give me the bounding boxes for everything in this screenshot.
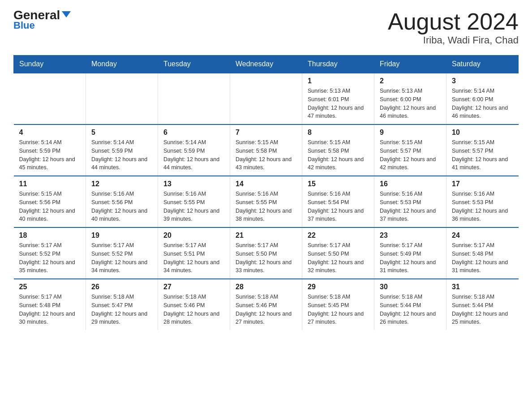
calendar-cell: [86, 73, 158, 124]
day-of-week-header: Friday: [374, 56, 446, 73]
calendar-week-row: 4Sunrise: 5:14 AM Sunset: 5:59 PM Daylig…: [14, 124, 519, 176]
sun-info: Sunrise: 5:17 AM Sunset: 5:52 PM Dayligh…: [19, 241, 81, 275]
calendar-cell: 11Sunrise: 5:15 AM Sunset: 5:56 PM Dayli…: [14, 176, 86, 227]
day-number: 8: [308, 128, 369, 137]
calendar-cell: 29Sunrise: 5:18 AM Sunset: 5:45 PM Dayli…: [302, 279, 374, 330]
sun-info: Sunrise: 5:16 AM Sunset: 5:55 PM Dayligh…: [163, 190, 224, 223]
day-number: 22: [308, 231, 369, 240]
day-number: 24: [452, 231, 513, 240]
calendar-cell: 9Sunrise: 5:15 AM Sunset: 5:57 PM Daylig…: [374, 124, 446, 176]
calendar-week-row: 25Sunrise: 5:17 AM Sunset: 5:48 PM Dayli…: [14, 279, 519, 330]
sun-info: Sunrise: 5:18 AM Sunset: 5:47 PM Dayligh…: [91, 293, 152, 326]
day-number: 5: [91, 128, 152, 137]
day-number: 25: [19, 283, 81, 291]
day-number: 11: [19, 180, 81, 188]
sun-info: Sunrise: 5:15 AM Sunset: 5:57 PM Dayligh…: [452, 138, 513, 172]
day-number: 2: [380, 77, 441, 85]
calendar-cell: 7Sunrise: 5:15 AM Sunset: 5:58 PM Daylig…: [230, 124, 302, 176]
calendar-cell: 21Sunrise: 5:17 AM Sunset: 5:50 PM Dayli…: [230, 227, 302, 279]
calendar-cell: 14Sunrise: 5:16 AM Sunset: 5:55 PM Dayli…: [230, 176, 302, 227]
day-number: 16: [380, 180, 441, 188]
calendar-cell: 15Sunrise: 5:16 AM Sunset: 5:54 PM Dayli…: [302, 176, 374, 227]
day-number: 13: [163, 180, 224, 188]
day-number: 27: [163, 283, 224, 291]
calendar-cell: 18Sunrise: 5:17 AM Sunset: 5:52 PM Dayli…: [14, 227, 86, 279]
calendar-cell: [14, 73, 86, 124]
calendar-cell: 26Sunrise: 5:18 AM Sunset: 5:47 PM Dayli…: [86, 279, 158, 330]
calendar-table: SundayMondayTuesdayWednesdayThursdayFrid…: [13, 55, 519, 330]
calendar-cell: 28Sunrise: 5:18 AM Sunset: 5:46 PM Dayli…: [230, 279, 302, 330]
sun-info: Sunrise: 5:15 AM Sunset: 5:58 PM Dayligh…: [308, 138, 369, 172]
day-number: 14: [236, 180, 296, 188]
calendar-week-row: 1Sunrise: 5:13 AM Sunset: 6:01 PM Daylig…: [14, 73, 519, 124]
calendar-cell: 25Sunrise: 5:17 AM Sunset: 5:48 PM Dayli…: [14, 279, 86, 330]
calendar-cell: 1Sunrise: 5:13 AM Sunset: 6:01 PM Daylig…: [302, 73, 374, 124]
calendar-cell: 13Sunrise: 5:16 AM Sunset: 5:55 PM Dayli…: [158, 176, 230, 227]
sun-info: Sunrise: 5:16 AM Sunset: 5:54 PM Dayligh…: [308, 190, 369, 223]
day-number: 20: [163, 231, 224, 240]
logo-triangle-icon: [62, 11, 71, 17]
sun-info: Sunrise: 5:17 AM Sunset: 5:49 PM Dayligh…: [380, 241, 441, 275]
sun-info: Sunrise: 5:16 AM Sunset: 5:56 PM Dayligh…: [91, 190, 152, 223]
calendar-cell: 6Sunrise: 5:14 AM Sunset: 5:59 PM Daylig…: [158, 124, 230, 176]
sun-info: Sunrise: 5:13 AM Sunset: 6:01 PM Dayligh…: [308, 87, 369, 120]
sun-info: Sunrise: 5:18 AM Sunset: 5:45 PM Dayligh…: [308, 293, 369, 326]
sun-info: Sunrise: 5:15 AM Sunset: 5:58 PM Dayligh…: [236, 138, 296, 172]
calendar-cell: [158, 73, 230, 124]
calendar-cell: 31Sunrise: 5:18 AM Sunset: 5:44 PM Dayli…: [446, 279, 519, 330]
day-number: 10: [452, 128, 513, 137]
calendar-week-row: 18Sunrise: 5:17 AM Sunset: 5:52 PM Dayli…: [14, 227, 519, 279]
sun-info: Sunrise: 5:14 AM Sunset: 5:59 PM Dayligh…: [91, 138, 152, 172]
day-number: 4: [19, 128, 81, 137]
calendar-cell: 22Sunrise: 5:17 AM Sunset: 5:50 PM Dayli…: [302, 227, 374, 279]
calendar-cell: 5Sunrise: 5:14 AM Sunset: 5:59 PM Daylig…: [86, 124, 158, 176]
day-number: 9: [380, 128, 441, 137]
calendar-header-row: SundayMondayTuesdayWednesdayThursdayFrid…: [14, 56, 519, 73]
day-number: 6: [163, 128, 224, 137]
day-number: 18: [19, 231, 81, 240]
day-of-week-header: Wednesday: [230, 56, 302, 73]
day-of-week-header: Monday: [86, 56, 158, 73]
day-number: 23: [380, 231, 441, 240]
calendar-cell: 16Sunrise: 5:16 AM Sunset: 5:53 PM Dayli…: [374, 176, 446, 227]
page-subtitle: Iriba, Wadi Fira, Chad: [388, 34, 519, 46]
sun-info: Sunrise: 5:15 AM Sunset: 5:57 PM Dayligh…: [380, 138, 441, 172]
calendar-cell: 8Sunrise: 5:15 AM Sunset: 5:58 PM Daylig…: [302, 124, 374, 176]
day-number: 19: [91, 231, 152, 240]
day-number: 15: [308, 180, 369, 188]
day-of-week-header: Tuesday: [158, 56, 230, 73]
sun-info: Sunrise: 5:16 AM Sunset: 5:55 PM Dayligh…: [236, 190, 296, 223]
day-number: 31: [452, 283, 513, 291]
day-number: 17: [452, 180, 513, 188]
calendar-cell: [230, 73, 302, 124]
day-number: 7: [236, 128, 296, 137]
day-number: 21: [236, 231, 296, 240]
title-area: August 2024 Iriba, Wadi Fira, Chad: [388, 9, 519, 46]
calendar-cell: 20Sunrise: 5:17 AM Sunset: 5:51 PM Dayli…: [158, 227, 230, 279]
calendar-cell: 4Sunrise: 5:14 AM Sunset: 5:59 PM Daylig…: [14, 124, 86, 176]
day-of-week-header: Saturday: [446, 56, 519, 73]
calendar-cell: 19Sunrise: 5:17 AM Sunset: 5:52 PM Dayli…: [86, 227, 158, 279]
day-number: 3: [452, 77, 513, 85]
calendar-cell: 17Sunrise: 5:16 AM Sunset: 5:53 PM Dayli…: [446, 176, 519, 227]
sun-info: Sunrise: 5:17 AM Sunset: 5:48 PM Dayligh…: [19, 293, 81, 326]
calendar-cell: 12Sunrise: 5:16 AM Sunset: 5:56 PM Dayli…: [86, 176, 158, 227]
page-title: August 2024: [388, 9, 519, 34]
day-number: 26: [91, 283, 152, 291]
sun-info: Sunrise: 5:18 AM Sunset: 5:46 PM Dayligh…: [236, 293, 296, 326]
calendar-cell: 3Sunrise: 5:14 AM Sunset: 6:00 PM Daylig…: [446, 73, 519, 124]
day-of-week-header: Sunday: [14, 56, 86, 73]
sun-info: Sunrise: 5:17 AM Sunset: 5:51 PM Dayligh…: [163, 241, 224, 275]
sun-info: Sunrise: 5:16 AM Sunset: 5:53 PM Dayligh…: [452, 190, 513, 223]
sun-info: Sunrise: 5:18 AM Sunset: 5:44 PM Dayligh…: [380, 293, 441, 326]
calendar-week-row: 11Sunrise: 5:15 AM Sunset: 5:56 PM Dayli…: [14, 176, 519, 227]
logo: General Blue: [13, 9, 71, 31]
calendar-cell: 10Sunrise: 5:15 AM Sunset: 5:57 PM Dayli…: [446, 124, 519, 176]
sun-info: Sunrise: 5:13 AM Sunset: 6:00 PM Dayligh…: [380, 87, 441, 120]
calendar-cell: 2Sunrise: 5:13 AM Sunset: 6:00 PM Daylig…: [374, 73, 446, 124]
day-number: 30: [380, 283, 441, 291]
logo-blue: Blue: [13, 20, 35, 31]
sun-info: Sunrise: 5:18 AM Sunset: 5:44 PM Dayligh…: [452, 293, 513, 326]
day-number: 12: [91, 180, 152, 188]
sun-info: Sunrise: 5:16 AM Sunset: 5:53 PM Dayligh…: [380, 190, 441, 223]
